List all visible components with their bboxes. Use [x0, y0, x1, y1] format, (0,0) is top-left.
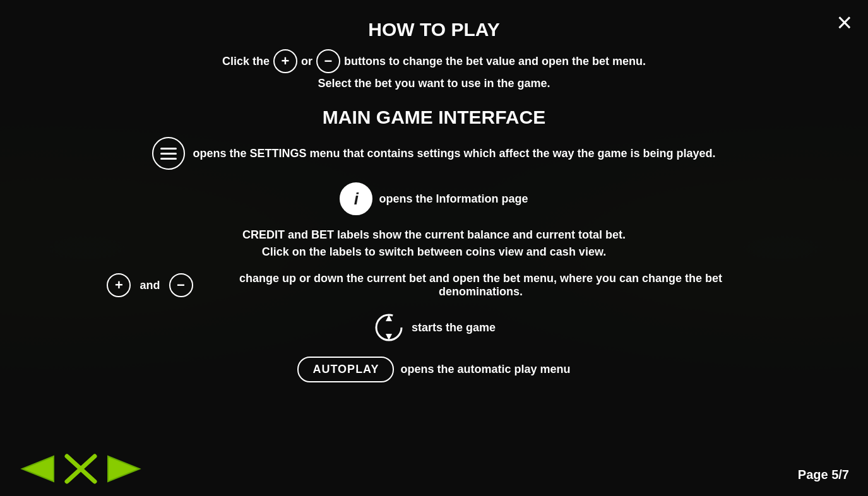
- click-the-label: Click the: [222, 55, 270, 68]
- info-row: i opens the Information page: [87, 182, 782, 215]
- plus-minus-row: and change up or down the current bet an…: [87, 272, 782, 298]
- next-page-button[interactable]: [105, 453, 143, 485]
- or-label: or: [301, 55, 312, 68]
- minus-icon-main: [169, 273, 193, 297]
- bet-instruction-suffix: buttons to change the bet value and open…: [344, 55, 646, 68]
- spin-text: starts the game: [412, 321, 496, 334]
- autoplay-button[interactable]: AUTOPLAY: [297, 357, 394, 382]
- prev-page-button[interactable]: [19, 453, 57, 485]
- hamburger-icon: [152, 137, 185, 170]
- credit-bet-line1: CREDIT and BET labels show the current b…: [242, 228, 626, 241]
- how-to-play-title: HOW TO PLAY: [368, 19, 499, 40]
- autoplay-row: AUTOPLAY opens the automatic play menu: [87, 357, 782, 382]
- select-bet-label: Select the bet you want to use in the ga…: [318, 77, 550, 90]
- autoplay-text: opens the automatic play menu: [400, 363, 570, 376]
- spin-row: starts the game: [87, 311, 782, 344]
- close-button[interactable]: ×: [836, 9, 852, 36]
- credit-bet-line2: Click on the labels to switch between co…: [262, 245, 607, 258]
- credit-bet-text: CREDIT and BET labels show the current b…: [242, 227, 626, 261]
- and-label: and: [140, 279, 160, 292]
- settings-text: opens the SETTINGS menu that contains se…: [193, 147, 715, 160]
- settings-row: opens the SETTINGS menu that contains se…: [87, 137, 782, 170]
- plus-icon-main: [107, 273, 131, 297]
- info-text: opens the Information page: [379, 192, 528, 206]
- main-content: HOW TO PLAY Click the or buttons to chan…: [0, 0, 868, 496]
- close-nav-button[interactable]: [62, 453, 100, 485]
- bet-instruction-line1: Click the or buttons to change the bet v…: [222, 49, 646, 73]
- svg-marker-3: [22, 456, 54, 481]
- page-indicator: Page 5/7: [798, 468, 849, 482]
- navigation-arrows: [19, 453, 143, 485]
- bet-instruction-line2: Select the bet you want to use in the ga…: [318, 77, 550, 90]
- svg-marker-6: [108, 456, 140, 481]
- plus-icon-inline: [273, 49, 297, 73]
- info-icon: i: [340, 182, 372, 215]
- minus-icon-inline: [316, 49, 340, 73]
- main-game-interface-title: MAIN GAME INTERFACE: [323, 107, 545, 128]
- plus-minus-text: change up or down the current bet and op…: [197, 272, 765, 298]
- spin-icon: [372, 311, 405, 344]
